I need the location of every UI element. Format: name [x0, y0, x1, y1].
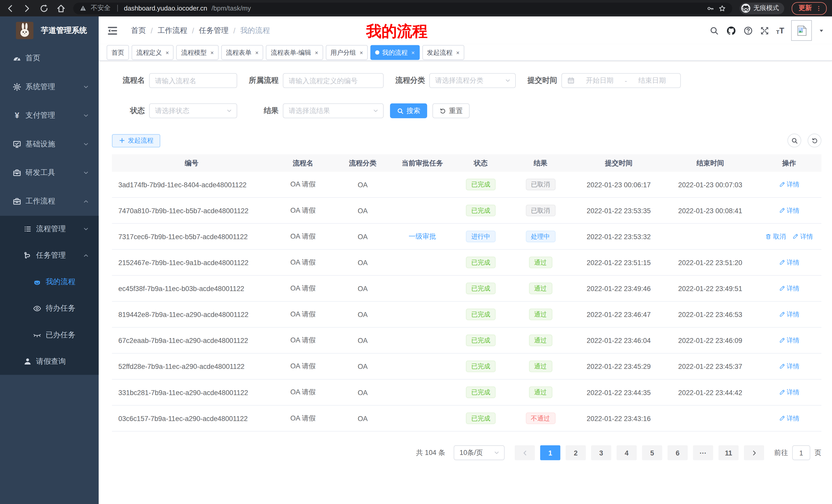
- fullscreen-icon[interactable]: [760, 26, 769, 35]
- sidebar-item-基础设施[interactable]: 基础设施: [0, 130, 99, 159]
- sidebar-item-流程管理[interactable]: 流程管理: [0, 216, 99, 242]
- tab-流程模型[interactable]: 流程模型×: [176, 45, 218, 60]
- cell-end-time: [664, 224, 757, 249]
- owner-process-input[interactable]: [283, 73, 384, 88]
- reload-icon[interactable]: [39, 3, 49, 13]
- tab-close-icon[interactable]: ×: [456, 49, 460, 56]
- tab-close-icon[interactable]: ×: [165, 49, 169, 56]
- sidebar-item-label: 任务管理: [36, 251, 66, 260]
- toolbox-icon: [13, 197, 21, 206]
- status-select[interactable]: 请选择状态: [149, 103, 237, 118]
- detail-link[interactable]: 详情: [779, 336, 799, 345]
- next-page-button[interactable]: [744, 445, 764, 460]
- detail-link[interactable]: 详情: [792, 232, 813, 241]
- page-size-select[interactable]: 10条/页: [454, 445, 505, 460]
- tab-流程定义[interactable]: 流程定义×: [132, 45, 174, 60]
- cell-submit-time: 2022-01-22 23:53:32: [574, 224, 664, 249]
- result-select[interactable]: 请选择流结果: [283, 103, 384, 118]
- forward-icon[interactable]: [22, 3, 32, 13]
- page-button-4[interactable]: 4: [617, 445, 636, 460]
- hamburger-icon[interactable]: [107, 25, 118, 36]
- detail-link[interactable]: 详情: [779, 362, 799, 371]
- tab-close-icon[interactable]: ×: [411, 49, 415, 56]
- previous-page-button[interactable]: [515, 445, 535, 460]
- detail-link[interactable]: 详情: [779, 206, 799, 215]
- sidebar-item-任务管理[interactable]: 任务管理: [0, 242, 99, 269]
- create-process-button[interactable]: 发起流程: [112, 134, 160, 147]
- sidebar-item-已办任务[interactable]: 已办任务: [0, 322, 99, 348]
- sidebar-item-研发工具[interactable]: 研发工具: [0, 159, 99, 187]
- tab-首页[interactable]: 首页: [107, 45, 129, 60]
- page-button-6[interactable]: 6: [668, 445, 687, 460]
- tab-发起流程[interactable]: 发起流程×: [422, 45, 464, 60]
- cell-process-id: 03c6c157-7b9a-11ec-a290-acde48001122: [112, 405, 271, 431]
- sidebar-item-系统管理[interactable]: 系统管理: [0, 73, 99, 101]
- tab-用户分组[interactable]: 用户分组×: [326, 45, 368, 60]
- security-label[interactable]: 不安全: [91, 4, 110, 12]
- detail-link[interactable]: 详情: [779, 388, 799, 397]
- page-button-1[interactable]: 1: [540, 445, 560, 460]
- url-path[interactable]: /bpm/task/my: [212, 5, 251, 12]
- sidebar-item-首页[interactable]: 首页: [0, 44, 99, 73]
- table-search-button[interactable]: [787, 134, 801, 147]
- url-host[interactable]: dashboard.yudao.iocoder.cn: [124, 5, 207, 12]
- cell-current-task: 一级审批: [391, 224, 454, 249]
- cell-process-name: OA 请假: [271, 198, 335, 223]
- submit-time-range[interactable]: 开始日期 - 结束日期: [562, 73, 681, 88]
- update-button[interactable]: 更新: [791, 2, 827, 15]
- sidebar-item-待办任务[interactable]: 待办任务: [0, 296, 99, 322]
- tab-close-icon[interactable]: ×: [210, 49, 214, 56]
- help-icon[interactable]: [743, 26, 753, 35]
- breadcrumb-item-首页[interactable]: 首页: [131, 26, 146, 35]
- sidebar-item-支付管理[interactable]: ¥支付管理: [0, 101, 99, 130]
- category-select[interactable]: 请选择流程分类: [430, 73, 516, 88]
- caret-down-icon[interactable]: [818, 28, 824, 33]
- table-row: 2152467e-7b9b-11ec-9a1b-acde48001122OA 请…: [112, 250, 821, 276]
- cell-category: OA: [335, 380, 391, 405]
- table-refresh-button[interactable]: [808, 134, 822, 147]
- key-icon[interactable]: [707, 5, 714, 12]
- search-icon[interactable]: [709, 26, 719, 35]
- start-date-placeholder[interactable]: 开始日期: [577, 76, 622, 85]
- breadcrumb-item-任务管理[interactable]: 任务管理: [199, 26, 229, 35]
- app-logo-row[interactable]: 芋道管理系统: [0, 17, 99, 44]
- reset-button[interactable]: 重置: [433, 103, 469, 118]
- tab-流程表单-编辑[interactable]: 流程表单-编辑×: [266, 45, 323, 60]
- tab-流程表单[interactable]: 流程表单×: [221, 45, 263, 60]
- tab-我的流程[interactable]: 我的流程×: [370, 45, 420, 60]
- result-tag: 通过: [529, 334, 552, 346]
- tab-close-icon[interactable]: ×: [255, 49, 258, 56]
- back-icon[interactable]: [5, 3, 15, 13]
- tab-close-icon[interactable]: ×: [360, 49, 363, 56]
- goto-page-input[interactable]: [792, 445, 810, 460]
- detail-link[interactable]: 详情: [779, 284, 799, 293]
- breadcrumb-item-工作流程[interactable]: 工作流程: [158, 26, 187, 35]
- cancel-link[interactable]: 取消: [765, 232, 786, 241]
- star-icon[interactable]: [718, 5, 726, 12]
- more-vertical-icon[interactable]: [815, 5, 822, 12]
- sidebar-item-工作流程[interactable]: 工作流程: [0, 187, 99, 216]
- end-date-placeholder[interactable]: 结束日期: [629, 76, 675, 85]
- process-name-input[interactable]: [149, 73, 237, 88]
- sidebar-item-请假查询[interactable]: 请假查询: [0, 348, 99, 375]
- font-size-icon[interactable]: TT: [776, 26, 784, 35]
- table-toolbar: 发起流程: [112, 134, 821, 147]
- avatar[interactable]: [791, 20, 812, 40]
- detail-link[interactable]: 详情: [779, 414, 799, 423]
- home-icon[interactable]: [56, 3, 66, 13]
- detail-link[interactable]: 详情: [779, 310, 799, 319]
- current-task-link[interactable]: 一级审批: [409, 232, 436, 241]
- chevron-down-icon: [83, 226, 89, 232]
- page-ellipsis[interactable]: ···: [693, 445, 713, 460]
- page-button-3[interactable]: 3: [591, 445, 611, 460]
- page-button-11[interactable]: 11: [718, 445, 738, 460]
- github-icon[interactable]: [726, 25, 736, 36]
- detail-link[interactable]: 详情: [779, 180, 799, 189]
- address-bar[interactable]: 不安全 dashboard.yudao.iocoder.cn/bpm/task/…: [73, 2, 732, 14]
- tab-close-icon[interactable]: ×: [315, 49, 318, 56]
- page-button-5[interactable]: 5: [642, 445, 662, 460]
- search-button[interactable]: 搜索: [390, 103, 427, 118]
- sidebar-item-我的流程[interactable]: 我的流程: [0, 269, 99, 295]
- detail-link[interactable]: 详情: [779, 258, 799, 267]
- page-button-2[interactable]: 2: [566, 445, 586, 460]
